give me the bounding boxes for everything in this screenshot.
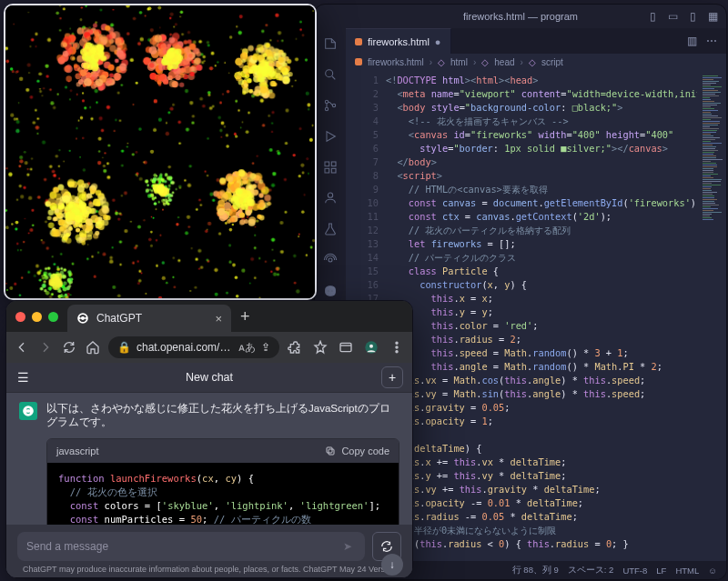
svg-point-15	[396, 342, 398, 344]
source-control-icon[interactable]	[320, 95, 340, 115]
extensions-puzzle-icon[interactable]	[287, 339, 303, 356]
svg-point-1	[325, 100, 328, 103]
menu-icon[interactable]: ☰	[17, 370, 29, 385]
lock-icon: 🔒	[117, 341, 131, 354]
svg-rect-19	[327, 447, 332, 453]
new-tab-button[interactable]: +	[240, 307, 250, 326]
profile-avatar-icon[interactable]	[363, 339, 379, 356]
svg-rect-6	[325, 168, 329, 173]
svg-rect-4	[325, 162, 329, 166]
extensions-icon[interactable]	[320, 157, 340, 177]
status-feedback-icon[interactable]: ☺	[708, 566, 717, 576]
status-language[interactable]: HTML	[675, 566, 699, 576]
chat-title: New chat	[186, 371, 233, 384]
crumb[interactable]: fireworks.html	[368, 57, 424, 67]
vscode-title: fireworks.html — program	[463, 11, 578, 22]
tab-overflow-icon[interactable]: ⋯	[706, 35, 717, 47]
fireworks-window	[4, 4, 317, 300]
address-bar[interactable]: 🔒 chat.openai.com/?mo... ᴀあ ⇪	[108, 336, 279, 358]
assistant-avatar-icon	[19, 402, 37, 420]
chrome-tabstrip: ChatGPT × +	[6, 301, 412, 332]
svg-point-17	[396, 351, 398, 353]
translate-icon[interactable]: ᴀあ	[238, 340, 256, 356]
crumb[interactable]: head	[494, 57, 514, 67]
svg-point-14	[369, 345, 373, 348]
home-icon[interactable]	[85, 339, 101, 356]
beaker-icon[interactable]	[320, 219, 340, 239]
copilot-icon[interactable]	[320, 281, 340, 301]
message-text: 以下は、さわやかな感じに修正した花火を打ち上げるJavaScriptのプログラム…	[46, 402, 399, 429]
composer: Send a message ➤ ChatGPT may produce ina…	[6, 525, 412, 577]
status-encoding[interactable]: UTF-8	[622, 566, 647, 576]
svg-point-8	[328, 193, 332, 197]
file-icon	[355, 38, 362, 45]
svg-rect-5	[331, 162, 336, 166]
layout-right-icon[interactable]: ▯	[686, 10, 699, 23]
svg-point-3	[332, 104, 335, 106]
status-line-col[interactable]: 行 88、列 9	[512, 565, 559, 576]
titlebar-layout-controls: ▯ ▭ ▯ ▦	[646, 10, 719, 23]
run-debug-icon[interactable]	[320, 126, 340, 146]
share-icon[interactable]: ⇪	[261, 341, 270, 354]
search-icon[interactable]	[320, 65, 340, 85]
chat-body[interactable]: 以下は、さわやかな感じに修正した花火を打ち上げるJavaScriptのプログラム…	[6, 393, 412, 525]
kebab-menu-icon[interactable]	[389, 339, 405, 356]
remote-icon[interactable]	[320, 188, 340, 208]
live-icon[interactable]	[320, 250, 340, 270]
url-text: chat.openai.com/?mo...	[136, 341, 233, 354]
svg-point-11	[331, 290, 333, 292]
code-lang-label: javascript	[56, 446, 98, 456]
chrome-window: ChatGPT × + 🔒 chat.openai.com/?mo... ᴀあ …	[5, 300, 413, 578]
breadcrumbs[interactable]: fireworks.html› ◇html› ◇head› ◇script	[346, 54, 726, 70]
minimap[interactable]	[697, 70, 726, 561]
layout-left-icon[interactable]: ▯	[646, 10, 659, 23]
svg-point-0	[326, 70, 333, 77]
svg-point-16	[396, 346, 398, 348]
send-icon[interactable]: ➤	[339, 538, 356, 555]
code-block: javascript Copy code function launchFire…	[46, 438, 399, 525]
new-chat-button[interactable]: +	[381, 366, 403, 388]
svg-point-2	[325, 107, 328, 110]
svg-rect-7	[331, 168, 336, 173]
assistant-message: 以下は、さわやかな感じに修正した花火を打ち上げるJavaScriptのプログラム…	[6, 393, 412, 525]
message-input[interactable]: Send a message ➤	[17, 532, 365, 561]
minimize-icon[interactable]	[32, 312, 42, 322]
explorer-icon[interactable]	[320, 34, 340, 54]
file-icon	[355, 58, 362, 65]
nav-forward-icon[interactable]	[37, 339, 54, 356]
svg-rect-12	[340, 343, 351, 351]
window-icon[interactable]	[338, 339, 354, 356]
code-area[interactable]: <!DOCTYPE html><html><head> <meta name="…	[386, 70, 697, 561]
svg-point-10	[328, 290, 329, 292]
editor-tabs: fireworks.html ● ▥ ⋯	[346, 28, 726, 54]
bookmark-star-icon[interactable]	[312, 339, 329, 356]
chatgpt-app: ☰ New chat + 以下は、さわやかな感じに修正した花火を打ち上げるJav…	[6, 363, 412, 577]
toolbar: 🔒 chat.openai.com/?mo... ᴀあ ⇪	[6, 332, 412, 363]
fullscreen-icon[interactable]	[48, 312, 58, 322]
svg-point-9	[329, 258, 332, 262]
status-eol[interactable]: LF	[656, 566, 666, 576]
copy-code-button[interactable]: Copy code	[325, 446, 389, 456]
traffic-lights	[15, 312, 58, 322]
browser-tab[interactable]: ChatGPT ×	[67, 305, 231, 332]
tab-dirty-icon[interactable]: ●	[435, 36, 441, 47]
vscode-titlebar[interactable]: fireworks.html — program ▯ ▭ ▯ ▦	[315, 5, 726, 28]
close-icon[interactable]	[15, 312, 25, 322]
reload-icon[interactable]	[61, 339, 77, 356]
tab-title: ChatGPT	[96, 312, 142, 325]
status-spaces[interactable]: スペース: 2	[568, 565, 614, 576]
placeholder-text: Send a message	[26, 540, 108, 553]
crumb[interactable]: script	[541, 57, 563, 67]
crumb[interactable]: html	[450, 57, 468, 67]
split-editor-icon[interactable]: ▥	[687, 35, 697, 47]
layout-bottom-icon[interactable]: ▭	[666, 10, 679, 23]
fireworks-canvas	[5, 5, 315, 298]
disclaimer-text: ChatGPT may produce inaccurate informati…	[17, 565, 401, 574]
copy-label: Copy code	[341, 446, 389, 456]
svg-rect-18	[329, 449, 334, 455]
layout-grid-icon[interactable]: ▦	[706, 10, 719, 23]
code-content[interactable]: function launchFireworks(cx, cy) { // 花火…	[47, 463, 399, 525]
nav-back-icon[interactable]	[14, 339, 30, 356]
tab-close-icon[interactable]: ×	[215, 312, 222, 326]
tab-fireworks[interactable]: fireworks.html ●	[346, 28, 451, 54]
